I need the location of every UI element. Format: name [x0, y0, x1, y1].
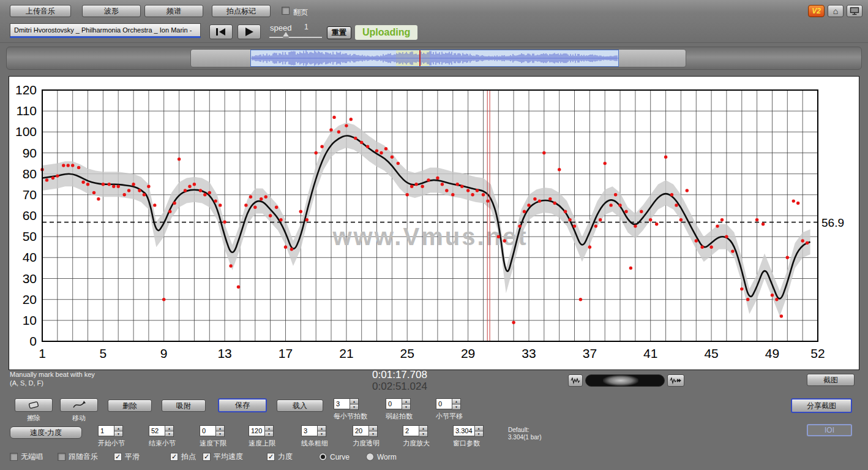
dyn-scale-spinner[interactable]: 2▲▼力度放大	[403, 425, 430, 448]
move-button[interactable]	[60, 398, 98, 412]
spinner-up-button[interactable]: ▲	[475, 425, 484, 431]
load-button[interactable]: 载入	[277, 400, 323, 412]
checkbox-box[interactable]	[58, 453, 65, 461]
dyn-opacity-spinner[interactable]: 20▲▼力度透明	[353, 425, 380, 448]
spinner-label: 弱起拍数	[386, 412, 413, 421]
spectrum-button[interactable]: 频谱	[144, 5, 203, 17]
default-note-line1: Default:	[508, 426, 529, 433]
spinner-down-button[interactable]: ▼	[318, 431, 326, 437]
spinner-value[interactable]: 1	[98, 425, 114, 436]
checkbox-box[interactable]: ✓	[267, 453, 275, 461]
radio-button[interactable]	[319, 453, 327, 461]
waveform-region[interactable]	[250, 50, 619, 67]
beats-per-bar-spinner[interactable]: 3▲▼每小节拍数	[334, 398, 367, 421]
tempo-max-spinner[interactable]: 120▲▼速度上限	[249, 425, 275, 448]
volume-slider-thumb[interactable]	[603, 375, 638, 386]
ioi-button[interactable]: IOI	[807, 424, 852, 436]
spinner-value[interactable]: 0	[200, 425, 216, 436]
spinner-down-button[interactable]: ▼	[350, 404, 359, 410]
spinner-up-button[interactable]: ▲	[452, 398, 461, 404]
spinner-up-button[interactable]: ▲	[265, 425, 274, 431]
home-button[interactable]: ⌂	[828, 5, 844, 17]
erase-button[interactable]	[15, 398, 53, 412]
beat-marks-button[interactable]: 拍点标记	[212, 5, 271, 17]
play-button[interactable]	[238, 25, 261, 39]
spinner-down-button[interactable]: ▼	[419, 431, 428, 437]
screen-button[interactable]	[847, 5, 862, 17]
spinner-down-button[interactable]: ▼	[114, 431, 123, 437]
spinner-up-button[interactable]: ▲	[114, 425, 123, 431]
checkbox-box[interactable]	[10, 453, 18, 461]
snapshot-button[interactable]: 截图	[807, 374, 855, 386]
checkbox-box[interactable]: ✓	[203, 453, 211, 461]
spinner-value[interactable]: 2	[403, 425, 419, 436]
spinner-down-button[interactable]: ▼	[402, 404, 411, 410]
v2-badge[interactable]: V2	[808, 5, 825, 17]
checkbox-item[interactable]: ✓平均速度	[203, 452, 243, 461]
share-snapshot-button[interactable]: 分享截图	[791, 398, 852, 413]
reset-button[interactable]: 重置	[327, 26, 351, 39]
tempo-chart[interactable]: www.Vmus.net56.9010203040506070809010011…	[9, 77, 859, 372]
end-bar-spinner[interactable]: 52▲▼结束小节	[149, 425, 176, 448]
spinner-value[interactable]: 0	[386, 398, 402, 409]
spinner-value[interactable]: 3.304	[453, 425, 475, 436]
checkbox-box[interactable]: ✓	[170, 453, 178, 461]
svg-text:37: 37	[583, 346, 597, 360]
svg-text:56.9: 56.9	[821, 216, 844, 229]
upload-music-button[interactable]: 上传音乐	[10, 5, 71, 17]
spinner-up-button[interactable]: ▲	[350, 398, 359, 404]
spinner-up-button[interactable]: ▲	[216, 425, 225, 431]
line-width-spinner[interactable]: 3▲▼线条粗细	[301, 425, 328, 448]
spinner-up-button[interactable]: ▲	[318, 425, 326, 431]
delete-button[interactable]: 删除	[108, 400, 152, 412]
radio-item[interactable]: Worm	[366, 452, 397, 461]
spinner-value[interactable]: 3	[334, 398, 350, 409]
spinner-value[interactable]: 3	[301, 425, 318, 436]
spinner-down-button[interactable]: ▼	[165, 431, 174, 437]
svg-text:110: 110	[17, 104, 37, 118]
spinner-up-button[interactable]: ▲	[402, 398, 411, 404]
waveform-button[interactable]: 波形	[82, 5, 141, 17]
svg-text:40: 40	[23, 250, 37, 264]
volume-max-button[interactable]	[667, 374, 684, 387]
spinner-up-button[interactable]: ▲	[369, 425, 378, 431]
tempo-min-spinner[interactable]: 0▲▼速度下限	[200, 425, 226, 448]
waveform-overview-strip[interactable]	[6, 47, 862, 70]
checkbox-item[interactable]: 无端唱	[10, 452, 43, 461]
start-bar-spinner[interactable]: 1▲▼开始小节	[98, 425, 125, 448]
spinner-down-button[interactable]: ▼	[475, 431, 484, 437]
waveform-track[interactable]	[190, 49, 686, 67]
save-button[interactable]: 保存	[218, 398, 267, 412]
spinner-up-button[interactable]: ▲	[419, 425, 428, 431]
speed-slider-thumb[interactable]	[283, 32, 289, 37]
snap-button[interactable]: 吸附	[162, 400, 206, 412]
checkbox-item[interactable]: 跟随音乐	[58, 452, 98, 461]
spinner-value[interactable]: 20	[353, 425, 369, 436]
spinner-value[interactable]: 52	[149, 425, 165, 436]
radio-button[interactable]	[366, 453, 374, 461]
window-param-spinner[interactable]: 3.304▲▼窗口参数	[453, 425, 484, 448]
tempo-dynamics-button[interactable]: 速度-力度	[10, 426, 82, 439]
spinner-value[interactable]: 0	[436, 398, 452, 409]
volume-slider[interactable]	[585, 374, 665, 387]
spinner-down-button[interactable]: ▼	[265, 431, 274, 437]
radio-item[interactable]: Curve	[319, 452, 350, 461]
checkbox-item[interactable]: ✓拍点	[170, 452, 196, 461]
previous-button[interactable]	[209, 25, 233, 39]
bar-shift-spinner[interactable]: 0▲▼小节平移	[436, 398, 463, 421]
speed-slider[interactable]	[269, 37, 322, 38]
tempo-chart-panel[interactable]: www.Vmus.net56.9010203040506070809010011…	[9, 76, 859, 370]
track-select[interactable]: Dmitri Hvorostovsky _ Philharmonia Orche…	[10, 23, 201, 38]
spinner-down-button[interactable]: ▼	[369, 431, 378, 437]
spinner-down-button[interactable]: ▼	[216, 431, 225, 437]
pickup-beats-spinner[interactable]: 0▲▼弱起拍数	[386, 398, 413, 421]
volume-min-button[interactable]	[568, 374, 583, 387]
checkbox-box[interactable]: ✓	[114, 453, 122, 461]
checkbox-item[interactable]: ✓力度	[267, 452, 293, 461]
checkbox-item[interactable]: ✓平滑	[114, 452, 140, 461]
spinner-up-button[interactable]: ▲	[165, 425, 174, 431]
spinner-value[interactable]: 120	[249, 425, 265, 436]
spinner-down-button[interactable]: ▼	[452, 404, 461, 410]
page-turn-checkbox[interactable]	[282, 7, 290, 15]
spinner-label: 小节平移	[436, 412, 463, 421]
